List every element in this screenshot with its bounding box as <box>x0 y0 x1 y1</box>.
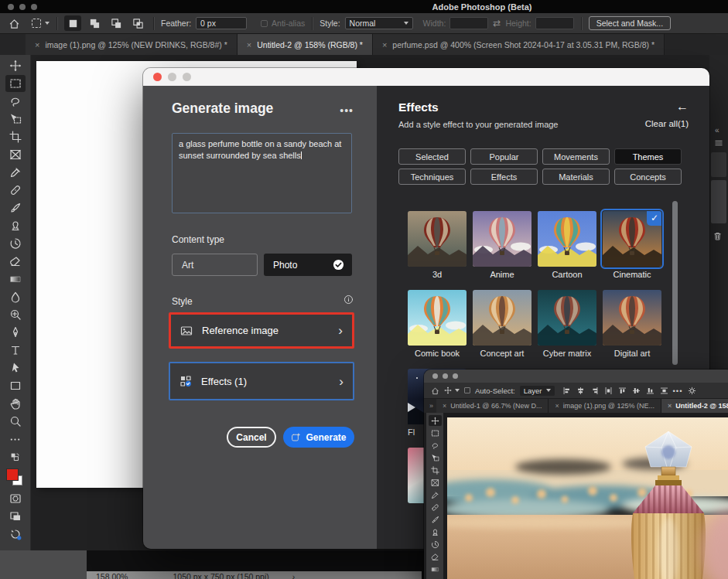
style-option-comic-book[interactable]: Comic book <box>408 290 467 358</box>
close-tab-icon[interactable]: × <box>35 40 39 49</box>
tool-history-brush[interactable] <box>429 539 442 550</box>
status-chevron-icon[interactable]: › <box>292 571 296 579</box>
close-dialog-icon[interactable] <box>153 73 162 81</box>
clear-all-link[interactable]: Clear all(1) <box>645 119 689 128</box>
tool-gradient[interactable] <box>429 564 442 574</box>
tool-brush[interactable] <box>429 514 442 525</box>
document-tab[interactable]: ×perfume.psd @ 400% (Screen Shot 2024-04… <box>373 34 665 55</box>
perfume-document-canvas[interactable] <box>447 417 728 579</box>
filter-chip-materials[interactable]: Materials <box>542 169 610 185</box>
add-to-selection-button[interactable] <box>86 15 103 31</box>
style-option-anime[interactable]: Anime <box>473 211 531 279</box>
minimize-dialog-icon[interactable] <box>168 73 176 81</box>
back-arrow-icon[interactable]: ← <box>676 100 689 114</box>
close-window-icon[interactable] <box>432 373 438 379</box>
floating-titlebar[interactable] <box>424 370 728 383</box>
document-tab[interactable]: ×Untitled-2 @ 158% (RGB/8) * <box>238 34 373 55</box>
new-selection-button[interactable] <box>64 15 81 31</box>
anti-alias-option[interactable]: Anti-alias <box>261 19 305 28</box>
home-icon[interactable] <box>431 387 439 395</box>
tool-screen-mode[interactable] <box>5 508 26 525</box>
tool-eraser[interactable] <box>429 551 442 562</box>
tool-move[interactable] <box>5 57 26 74</box>
filter-chip-concepts[interactable]: Concepts <box>614 169 682 185</box>
document-tab[interactable]: ×image (1).png @ 125% (NEW DRINKS, RGB/8… <box>26 34 238 55</box>
foreground-color-swatch[interactable] <box>6 468 19 481</box>
generate-button[interactable]: Generate <box>283 427 354 448</box>
tool-object-selection[interactable] <box>429 452 442 463</box>
tool-crop[interactable] <box>429 465 442 475</box>
style-option-cinematic[interactable]: ✓ Cinematic <box>603 211 661 279</box>
tool-rotate-view[interactable] <box>5 526 26 543</box>
tool-frame[interactable] <box>5 146 26 163</box>
tool-zoom[interactable] <box>5 413 26 430</box>
panel-item-selected[interactable] <box>711 180 726 223</box>
filter-chip-movements[interactable]: Movements <box>542 148 610 165</box>
minimize-window-icon[interactable] <box>443 373 448 379</box>
trash-icon[interactable] <box>713 231 723 241</box>
info-icon[interactable] <box>343 295 354 305</box>
reference-image-row[interactable]: Reference image › <box>169 312 354 349</box>
align-center-v-button[interactable] <box>632 387 641 395</box>
distribute-v-button[interactable] <box>660 387 668 395</box>
tool-dodge[interactable] <box>5 306 26 323</box>
cancel-button[interactable]: Cancel <box>227 427 276 448</box>
document-tab[interactable]: ×image (1).png @ 125% (NE... <box>549 399 661 413</box>
tool-clone-stamp[interactable] <box>429 526 442 537</box>
align-center-h-button[interactable] <box>576 387 585 395</box>
gear-icon[interactable] <box>688 387 696 395</box>
tool-rectangle[interactable] <box>5 377 26 394</box>
tool-marquee[interactable] <box>429 427 442 438</box>
more-options-icon[interactable]: ••• <box>673 387 683 395</box>
style-option-digital-art[interactable]: Digital art <box>603 290 661 358</box>
tool-eraser[interactable] <box>5 253 26 270</box>
anti-alias-checkbox[interactable] <box>261 20 268 27</box>
align-bottom-button[interactable] <box>646 387 655 395</box>
tool-type[interactable] <box>5 342 26 359</box>
tool-lasso[interactable] <box>429 440 442 451</box>
minimize-window-icon[interactable] <box>19 4 26 10</box>
tool-history-brush[interactable] <box>5 235 26 252</box>
height-input[interactable] <box>535 17 574 29</box>
content-type-photo-button[interactable]: Photo <box>264 254 352 276</box>
style-option-concept-art[interactable]: Concept art <box>473 290 531 358</box>
tool-gradient[interactable] <box>5 271 26 288</box>
move-tool-icon[interactable] <box>444 387 452 394</box>
tool-brush[interactable] <box>5 199 26 216</box>
close-tab-icon[interactable]: × <box>382 40 387 49</box>
panel-item[interactable] <box>711 152 726 177</box>
filter-chip-selected[interactable]: Selected <box>398 148 466 165</box>
maximize-window-icon[interactable] <box>31 4 37 10</box>
layer-select[interactable]: Layer <box>520 386 555 396</box>
tool-marquee[interactable] <box>5 75 26 92</box>
tab-overflow-icon[interactable]: » <box>426 402 436 410</box>
close-tab-icon[interactable]: × <box>668 402 672 410</box>
style-select[interactable]: Normal <box>345 17 413 29</box>
filter-chip-themes[interactable]: Themes <box>614 148 682 165</box>
tool-move[interactable] <box>429 415 442 426</box>
scrollbar[interactable] <box>672 201 678 365</box>
content-type-art-button[interactable]: Art <box>172 254 258 276</box>
more-options-icon[interactable]: ••• <box>340 104 354 117</box>
home-icon[interactable] <box>9 18 20 29</box>
close-window-icon[interactable] <box>8 4 14 10</box>
swap-colors-button[interactable] <box>5 448 26 465</box>
tool-preset[interactable] <box>32 19 50 28</box>
panel-menu-icon[interactable] <box>714 138 723 148</box>
tool-quick-mask[interactable] <box>5 490 26 507</box>
style-option-cartoon[interactable]: Cartoon <box>538 211 596 279</box>
align-right-button[interactable] <box>590 387 599 395</box>
feather-input[interactable]: 0 px <box>196 17 247 29</box>
filter-chip-effects[interactable]: Effects <box>470 169 538 185</box>
distribute-h-button[interactable] <box>604 387 613 395</box>
maximize-window-icon[interactable] <box>453 373 458 379</box>
tool-lasso[interactable] <box>5 93 26 110</box>
align-left-button[interactable] <box>562 387 571 395</box>
tool-crop[interactable] <box>5 128 26 145</box>
subtract-from-selection-button[interactable] <box>108 15 125 31</box>
tool-healing[interactable] <box>5 182 26 199</box>
tool-eyedropper[interactable] <box>5 164 26 181</box>
tool-blur[interactable] <box>5 288 26 305</box>
zoom-dialog-icon[interactable] <box>183 73 191 81</box>
style-option-3d[interactable]: 3d <box>408 211 467 279</box>
